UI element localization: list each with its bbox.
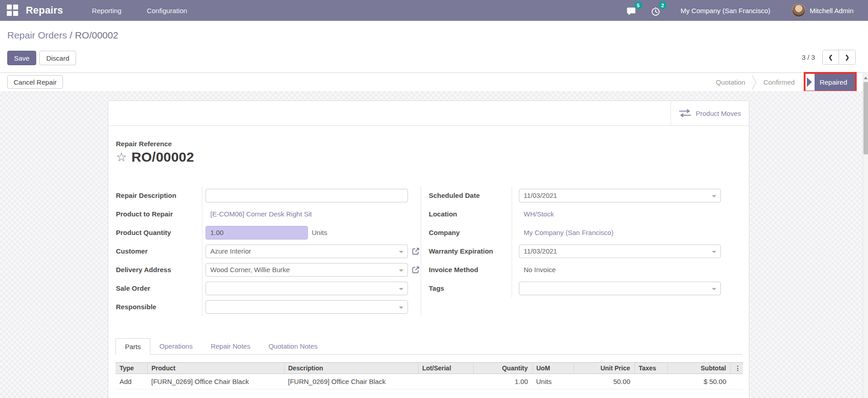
pager-count: 3 / 3 — [802, 53, 815, 61]
control-panel: Repair Orders / RO/00002 Save Discard 3 … — [0, 21, 868, 73]
top-navbar: Repairs Reporting Configuration 5 2 My C… — [0, 0, 868, 21]
cell-lot-serial[interactable] — [418, 374, 473, 389]
scrollbar-thumb[interactable] — [863, 82, 868, 154]
cell-subtotal[interactable]: $ 50.00 — [667, 374, 730, 389]
field-label: Scheduled Date — [429, 186, 512, 205]
column-header-lot-serial: Lot/Serial — [418, 363, 473, 374]
column-header-unit-price: Unit Price — [574, 363, 634, 374]
external-link-icon[interactable] — [411, 265, 420, 274]
chat-bubble-icon — [626, 6, 636, 16]
company-switcher[interactable]: My Company (San Francisco) — [681, 7, 770, 14]
status-quotation[interactable]: Quotation — [710, 78, 752, 86]
field-label: Product Quantity — [116, 223, 202, 242]
statusbar: Quotation Confirmed Repaired — [710, 73, 857, 91]
delivery-address-input[interactable]: Wood Corner, Willie Burke — [206, 263, 408, 277]
user-menu[interactable]: Mitchell Admin — [810, 7, 854, 14]
cell-description[interactable]: [FURN_0269] Office Chair Black — [284, 374, 418, 389]
parts-table: Type Product Description Lot/Serial Quan… — [115, 362, 743, 389]
field-label: Customer — [116, 242, 202, 260]
repair-description-input[interactable] — [206, 189, 408, 202]
tags-input[interactable] — [519, 282, 721, 295]
dropdown-caret-icon — [399, 307, 403, 309]
field-label: Location — [429, 205, 512, 223]
product-moves-button[interactable]: Product Moves — [671, 101, 749, 125]
sale-order-input[interactable] — [206, 282, 408, 295]
column-header-type: Type — [115, 363, 147, 374]
cell-taxes[interactable] — [634, 374, 667, 389]
location-link[interactable]: WH/Stock — [524, 210, 554, 218]
cell-unit-price[interactable]: 50.00 — [574, 374, 634, 389]
tab-operations[interactable]: Operations — [150, 338, 201, 354]
cell-quantity[interactable]: 1.00 — [473, 374, 532, 389]
tab-quotation-notes[interactable]: Quotation Notes — [259, 338, 326, 354]
favorite-star-icon[interactable]: ☆ — [116, 151, 127, 163]
right-field-group: Scheduled Date 11/03/2021 Location WH/St… — [429, 186, 743, 297]
scroll-up-arrow-icon[interactable] — [863, 75, 868, 81]
apps-menu-icon[interactable] — [7, 5, 19, 16]
menu-reporting[interactable]: Reporting — [92, 7, 121, 14]
form-sheet: Product Moves Repair Reference ☆ RO/0000… — [108, 101, 749, 398]
product-quantity-input[interactable]: 1.00 — [206, 226, 308, 240]
dropdown-caret-icon — [712, 288, 716, 290]
pager-previous-button[interactable]: ❮ — [823, 50, 839, 64]
breadcrumb-separator: / — [67, 30, 75, 40]
customer-input[interactable]: Azure Interior — [206, 245, 408, 258]
pager-next-button[interactable]: ❯ — [839, 50, 855, 64]
button-box: Product Moves — [108, 101, 749, 126]
uom-suffix: Units — [312, 229, 327, 236]
user-avatar[interactable] — [792, 4, 806, 17]
notebook-tabs: Parts Operations Repair Notes Quotation … — [115, 338, 743, 355]
column-header-uom: UoM — [532, 363, 574, 374]
company-link[interactable]: My Company (San Francisco) — [524, 229, 614, 236]
column-header-quantity: Quantity — [473, 363, 532, 374]
menu-configuration[interactable]: Configuration — [147, 7, 187, 14]
cell-type[interactable]: Add — [115, 374, 147, 389]
cell-product[interactable]: [FURN_0269] Office Chair Black — [147, 374, 284, 389]
cancel-repair-button[interactable]: Cancel Repair — [7, 75, 63, 89]
field-label: Repair Description — [116, 186, 202, 205]
external-link-icon[interactable] — [411, 247, 420, 256]
field-label: Sale Order — [116, 279, 202, 297]
statusbar-separator-icon — [752, 75, 757, 90]
product-to-repair-link[interactable]: [E-COM06] Corner Desk Right Sit — [211, 210, 312, 218]
status-confirmed[interactable]: Confirmed — [757, 78, 801, 86]
responsible-input[interactable] — [206, 300, 408, 314]
status-repaired-label: Repaired — [815, 74, 855, 91]
pager: 3 / 3 ❮ ❯ — [802, 50, 856, 65]
discard-button[interactable]: Discard — [39, 51, 76, 65]
scheduled-date-input[interactable]: 11/03/2021 — [519, 189, 721, 202]
field-label: Product to Repair — [116, 205, 202, 223]
dropdown-caret-icon — [399, 251, 403, 253]
field-groups: Repair Description Product to Repair [E-… — [116, 186, 743, 316]
field-label: Invoice Method — [429, 260, 512, 279]
field-label: Warranty Expiration — [429, 242, 512, 260]
field-label: Tags — [429, 279, 512, 297]
field-label: Responsible — [116, 297, 202, 316]
optional-columns-icon[interactable]: ⋮ — [730, 363, 743, 374]
status-repaired[interactable]: Repaired — [806, 74, 855, 91]
record-title: RO/00002 — [131, 149, 194, 165]
tab-repair-notes[interactable]: Repair Notes — [201, 338, 259, 354]
cell-options — [730, 374, 743, 389]
systray: 5 2 My Company (San Francisco) Mitchell … — [614, 4, 854, 17]
table-header-row: Type Product Description Lot/Serial Quan… — [115, 363, 743, 374]
annotation-highlight-box: Repaired — [804, 72, 857, 92]
form-header: Cancel Repair Quotation Confirmed Repair… — [0, 73, 863, 91]
app-name[interactable]: Repairs — [26, 5, 63, 16]
breadcrumb-current: RO/00002 — [75, 30, 118, 40]
form-background: Product Moves Repair Reference ☆ RO/0000… — [0, 91, 863, 398]
activities-count-badge: 2 — [659, 1, 667, 9]
table-row[interactable]: Add [FURN_0269] Office Chair Black [FURN… — [115, 374, 743, 389]
save-button[interactable]: Save — [7, 51, 36, 65]
cell-uom[interactable]: Units — [532, 374, 574, 389]
warranty-expiration-input[interactable]: 11/03/2021 — [519, 245, 721, 258]
product-moves-label: Product Moves — [695, 110, 741, 117]
activities-icon[interactable]: 2 — [651, 5, 662, 16]
title-block: Repair Reference ☆ RO/00002 — [116, 140, 194, 165]
vertical-scrollbar[interactable] — [863, 73, 868, 398]
page: Repairs Reporting Configuration 5 2 My C… — [0, 0, 868, 398]
messages-icon[interactable]: 5 — [626, 5, 638, 16]
tab-parts[interactable]: Parts — [115, 338, 150, 355]
breadcrumb-parent[interactable]: Repair Orders — [7, 30, 67, 40]
field-label: Company — [429, 223, 512, 242]
